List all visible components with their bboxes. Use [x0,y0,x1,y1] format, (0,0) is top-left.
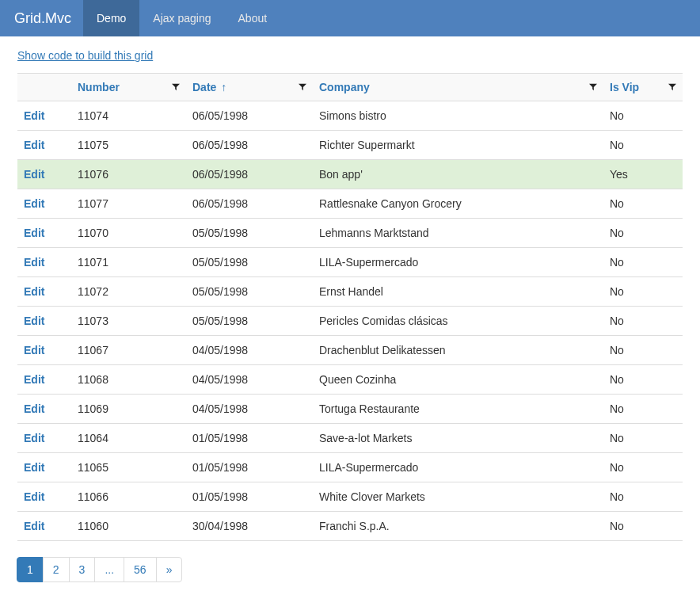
filter-icon[interactable] [668,83,676,91]
cell-number: 11073 [71,307,186,336]
table-row[interactable]: Edit1107105/05/1998LILA-SupermercadoNo [17,248,683,277]
cell-vip: No [603,277,683,307]
cell-number: 11064 [71,424,186,453]
cell-date: 05/05/1998 [186,277,313,307]
sort-vip[interactable]: Is Vip [610,81,639,93]
cell-company: Save-a-lot Markets [313,424,603,453]
edit-button[interactable]: Edit [24,402,44,415]
cell-vip: No [603,307,683,336]
content: Show code to build this grid Number Date… [0,36,700,591]
cell-date: 06/05/1998 [186,101,313,131]
nav-item-about[interactable]: About [225,0,281,36]
cell-company: Rattlesnake Canyon Grocery [313,189,603,219]
cell-company: LILA-Supermercado [313,453,603,482]
cell-company: White Clover Markets [313,482,603,512]
sort-arrow-icon: ↑ [221,81,226,93]
table-row[interactable]: Edit1107406/05/1998Simons bistroNo [17,101,683,131]
page-2[interactable]: 2 [43,557,70,582]
table-row[interactable]: Edit1106704/05/1998Drachenblut Delikates… [17,336,683,365]
cell-vip: No [603,131,683,160]
sort-company[interactable]: Company [319,81,370,93]
edit-button[interactable]: Edit [24,227,44,239]
page-ellipsis: ... [94,557,124,582]
cell-number: 11066 [71,482,186,512]
edit-button[interactable]: Edit [24,139,44,151]
data-grid: Number Date ↑ Company [17,73,683,541]
cell-date: 04/05/1998 [186,365,313,395]
cell-company: Queen Cozinha [313,365,603,395]
nav-item-demo[interactable]: Demo [83,0,139,36]
edit-button[interactable]: Edit [24,432,44,444]
edit-button[interactable]: Edit [24,520,44,532]
cell-number: 11076 [71,160,186,189]
cell-vip: No [603,219,683,248]
cell-number: 11068 [71,365,186,395]
table-row[interactable]: Edit1107506/05/1998Richter SupermarktNo [17,131,683,160]
cell-number: 11075 [71,131,186,160]
edit-button[interactable]: Edit [24,256,44,269]
edit-button[interactable]: Edit [24,197,44,210]
edit-button[interactable]: Edit [24,168,44,181]
cell-number: 11072 [71,277,186,307]
navbar-brand[interactable]: Grid.Mvc [14,0,83,36]
cell-vip: No [603,512,683,541]
cell-company: Franchi S.p.A. [313,512,603,541]
cell-company: Richter Supermarkt [313,131,603,160]
cell-vip: No [603,336,683,365]
nav-item-ajax-paging[interactable]: Ajax paging [139,0,224,36]
show-code-link[interactable]: Show code to build this grid [17,49,153,62]
cell-company: Drachenblut Delikatessen [313,336,603,365]
cell-company: Tortuga Restaurante [313,395,603,424]
sort-number[interactable]: Number [78,81,120,93]
table-row[interactable]: Edit1106501/05/1998LILA-SupermercadoNo [17,453,683,482]
table-row[interactable]: Edit1106030/04/1998Franchi S.p.A.No [17,512,683,541]
table-row[interactable]: Edit1107706/05/1998Rattlesnake Canyon Gr… [17,189,683,219]
edit-button[interactable]: Edit [24,373,44,386]
cell-date: 05/05/1998 [186,219,313,248]
column-header-vip: Is Vip [603,74,683,101]
table-row[interactable]: Edit1106804/05/1998Queen CozinhaNo [17,365,683,395]
cell-vip: Yes [603,160,683,189]
page-3[interactable]: 3 [69,557,96,582]
cell-vip: No [603,424,683,453]
cell-vip: No [603,482,683,512]
cell-vip: No [603,453,683,482]
edit-button[interactable]: Edit [24,285,44,298]
column-header-number: Number [71,74,186,101]
cell-company: Lehmanns Marktstand [313,219,603,248]
cell-vip: No [603,189,683,219]
cell-vip: No [603,101,683,131]
cell-date: 01/05/1998 [186,453,313,482]
pagination: 123...56» [17,557,683,582]
cell-date: 01/05/1998 [186,482,313,512]
table-row[interactable]: Edit1107606/05/1998Bon app'Yes [17,160,683,189]
cell-company: LILA-Supermercado [313,248,603,277]
table-row[interactable]: Edit1107005/05/1998Lehmanns MarktstandNo [17,219,683,248]
cell-date: 04/05/1998 [186,395,313,424]
page-1[interactable]: 1 [17,557,44,582]
edit-button[interactable]: Edit [24,109,44,122]
page-next[interactable]: » [156,557,183,582]
table-row[interactable]: Edit1107205/05/1998Ernst HandelNo [17,277,683,307]
cell-number: 11077 [71,189,186,219]
edit-button[interactable]: Edit [24,315,44,327]
edit-button[interactable]: Edit [24,461,44,474]
edit-button[interactable]: Edit [24,344,44,357]
page-56[interactable]: 56 [124,557,157,582]
sort-date[interactable]: Date ↑ [192,81,226,93]
table-row[interactable]: Edit1106401/05/1998Save-a-lot MarketsNo [17,424,683,453]
table-row[interactable]: Edit1107305/05/1998Pericles Comidas clás… [17,307,683,336]
edit-button[interactable]: Edit [24,490,44,503]
table-row[interactable]: Edit1106601/05/1998White Clover MarketsN… [17,482,683,512]
filter-icon[interactable] [299,83,306,91]
column-header-date: Date ↑ [186,74,313,101]
navbar: Grid.Mvc DemoAjax pagingAbout [0,0,700,36]
cell-date: 30/04/1998 [186,512,313,541]
cell-number: 11069 [71,395,186,424]
cell-date: 06/05/1998 [186,160,313,189]
cell-date: 05/05/1998 [186,307,313,336]
table-row[interactable]: Edit1106904/05/1998Tortuga RestauranteNo [17,395,683,424]
filter-icon[interactable] [172,83,180,91]
column-header-company: Company [313,74,603,101]
filter-icon[interactable] [589,83,597,91]
